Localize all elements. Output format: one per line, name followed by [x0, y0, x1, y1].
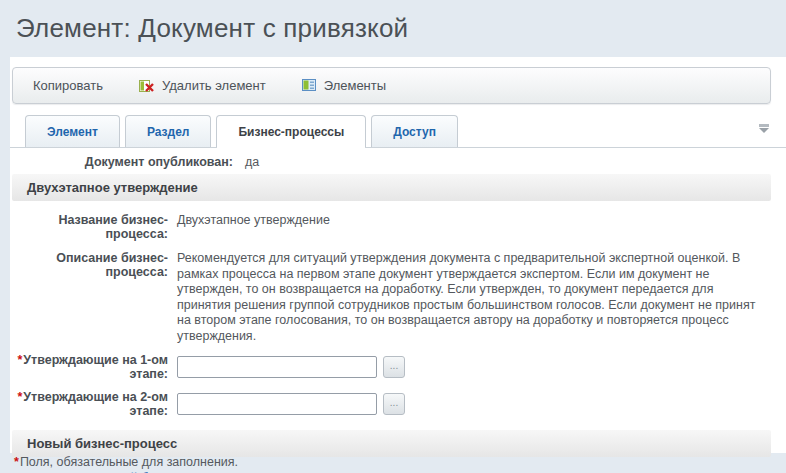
approvers-stage2-label: *Утверждающие на 2-ом этапе: [10, 390, 168, 418]
required-mark: * [14, 455, 19, 469]
approvers-stage1-label: *Утверждающие на 1-ом этапе: [10, 353, 168, 381]
delete-element-label: Удалить элемент [162, 78, 266, 93]
approvers-stage1-browse-button[interactable]: ... [383, 356, 405, 378]
delete-element-icon [139, 79, 155, 93]
field-row-bp-name: Название бизнес-процесса: Двухэтапное ут… [10, 213, 786, 241]
tab-section-label: Раздел [147, 125, 190, 139]
section-header-new-bizproc: Новый бизнес-процесс [12, 430, 771, 457]
tab-access[interactable]: Доступ [371, 115, 458, 147]
content-panel: Копировать Удалить элемент [10, 57, 786, 453]
bp-description-label: Описание бизнес-процесса: [10, 251, 168, 279]
delete-element-button[interactable]: Удалить элемент [139, 78, 266, 93]
bp-description-value: Рекомендуется для ситуаций утверждения д… [177, 251, 769, 344]
tab-access-label: Доступ [393, 125, 436, 139]
approvers-stage2-browse-button[interactable]: ... [383, 393, 405, 415]
elements-list-icon [302, 79, 317, 92]
tab-element[interactable]: Элемент [25, 115, 120, 147]
tab-bar: Элемент Раздел Бизнес-процессы Доступ [10, 115, 786, 148]
bp-name-value: Двухэтапное утверждение [177, 213, 769, 229]
elements-button-label: Элементы [324, 78, 386, 93]
tab-element-label: Элемент [47, 125, 98, 139]
field-row-bp-description: Описание бизнес-процесса: Рекомендуется … [10, 251, 786, 344]
copy-button-label: Копировать [33, 78, 103, 93]
field-row-approvers-stage2: *Утверждающие на 2-ом этапе: ... [10, 390, 786, 418]
elements-button[interactable]: Элементы [302, 78, 386, 93]
field-row-published: Документ опубликован: да [10, 155, 786, 169]
tab-business-processes-label: Бизнес-процессы [238, 125, 344, 139]
toolbar: Копировать Удалить элемент [12, 67, 771, 104]
bp-name-label: Название бизнес-процесса: [10, 213, 168, 241]
approvers-stage2-input[interactable] [177, 393, 377, 415]
required-mark: * [17, 353, 22, 367]
approvers-stage1-input[interactable] [177, 356, 377, 378]
required-mark: * [17, 390, 22, 404]
form-area: Документ опубликован: да Двухэтапное утв… [10, 155, 786, 473]
required-fields-note: *Поля, обязательные для заполнения. [14, 455, 238, 469]
published-label: Документ опубликован: [10, 155, 233, 169]
section-header-two-stage: Двухэтапное утверждение [12, 174, 771, 201]
tab-section[interactable]: Раздел [125, 115, 212, 147]
copy-button[interactable]: Копировать [33, 78, 103, 93]
field-row-approvers-stage1: *Утверждающие на 1-ом этапе: ... [10, 353, 786, 381]
published-value: да [245, 155, 259, 169]
tab-business-processes[interactable]: Бизнес-процессы [216, 115, 366, 147]
page-title: Элемент: Документ с привязкой [0, 0, 786, 44]
chevron-down-icon[interactable] [758, 124, 770, 134]
